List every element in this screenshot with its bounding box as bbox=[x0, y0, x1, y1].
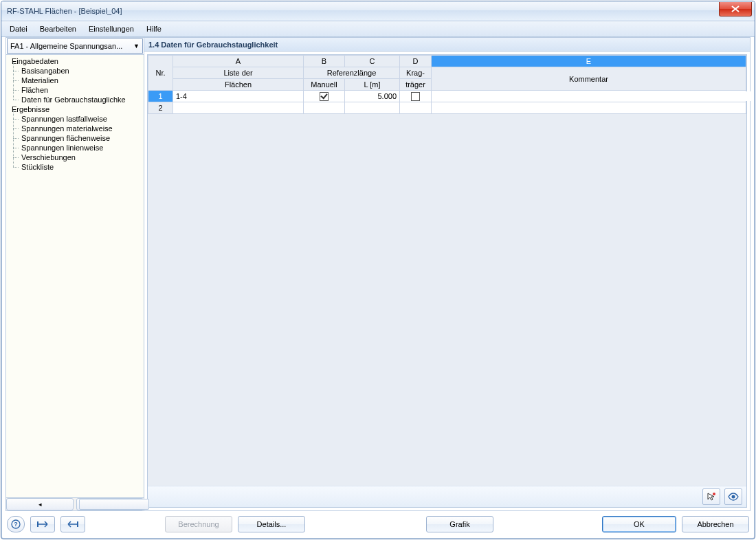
col-header-krag-2: träger bbox=[400, 79, 432, 91]
dialog-footer: ? Berechnung Details... Grafik OK Abbrec… bbox=[5, 511, 751, 535]
help-icon: ? bbox=[11, 519, 21, 529]
cell-kommentar[interactable] bbox=[432, 102, 746, 114]
scroll-track[interactable] bbox=[74, 499, 76, 510]
cursor-pick-icon bbox=[707, 492, 716, 502]
col-letter-b[interactable]: B bbox=[304, 56, 345, 67]
details-button[interactable]: Details... bbox=[238, 516, 305, 532]
nav-hscrollbar[interactable]: ◂ ▸ bbox=[6, 497, 144, 510]
svg-rect-5 bbox=[77, 521, 78, 527]
tree-group-eingabedaten[interactable]: Eingabedaten bbox=[6, 56, 144, 66]
pick-button[interactable] bbox=[702, 488, 720, 505]
row-number[interactable]: 1 bbox=[148, 91, 173, 102]
svg-point-1 bbox=[732, 495, 735, 499]
cell-flaechen[interactable] bbox=[173, 102, 304, 114]
berechnung-button[interactable]: Berechnung bbox=[165, 516, 232, 532]
kommentar-input[interactable] bbox=[432, 91, 751, 101]
data-grid: Nr. A B C D E Liste der Referenzlänge Kr… bbox=[147, 54, 747, 508]
tree-item-sp-flaechen[interactable]: Spannungen flächenweise bbox=[6, 133, 144, 143]
tree-item-sp-material[interactable]: Spannungen materialweise bbox=[6, 124, 144, 133]
menu-hilfe[interactable]: Hilfe bbox=[141, 23, 167, 34]
col-letter-c[interactable]: C bbox=[345, 56, 400, 67]
cell-kommentar[interactable] bbox=[432, 91, 746, 102]
menu-bearbeiten[interactable]: Bearbeiten bbox=[34, 23, 82, 34]
fa-dropdown-label: FA1 - Allgemeine Spannungsan... bbox=[10, 42, 122, 50]
row-number[interactable]: 2 bbox=[148, 102, 173, 114]
panel-toolbar bbox=[148, 486, 746, 507]
arrow-prev-icon bbox=[37, 520, 48, 528]
arrow-next-icon bbox=[67, 520, 78, 528]
svg-text:?: ? bbox=[14, 521, 18, 528]
tree-item-sp-lastfall[interactable]: Spannungen lastfallweise bbox=[6, 114, 144, 124]
ok-button[interactable]: OK bbox=[602, 516, 676, 532]
navigator: FA1 - Allgemeine Spannungsan... ▼ Eingab… bbox=[5, 37, 144, 511]
table-row[interactable]: 2 bbox=[148, 102, 746, 114]
app-window: RF-STAHL Flächen - [Beispiel_04] Datei B… bbox=[1, 1, 755, 539]
scroll-thumb[interactable] bbox=[79, 499, 149, 510]
svg-point-0 bbox=[713, 493, 715, 495]
window-close-button[interactable] bbox=[719, 2, 752, 16]
grafik-button[interactable]: Grafik bbox=[426, 516, 493, 532]
cell-manuell[interactable] bbox=[304, 91, 345, 102]
grid-empty-area bbox=[148, 114, 746, 486]
tree-item-gebrauchstauglichkeit[interactable]: Daten für Gebrauchstauglichke bbox=[6, 95, 144, 104]
col-header-reflen: Referenzlänge bbox=[304, 67, 400, 79]
menubar: Datei Bearbeiten Einstellungen Hilfe bbox=[1, 21, 755, 37]
tree-item-sp-linien[interactable]: Spannungen linienweise bbox=[6, 143, 144, 153]
col-letter-d[interactable]: D bbox=[400, 56, 432, 67]
col-header-krag-1: Krag- bbox=[400, 67, 432, 79]
checkbox-icon bbox=[320, 92, 329, 101]
help-button[interactable]: ? bbox=[7, 516, 25, 532]
scroll-left-button[interactable]: ◂ bbox=[6, 498, 74, 510]
view-button[interactable] bbox=[724, 488, 742, 505]
cell-manuell[interactable] bbox=[304, 102, 345, 114]
nav-tree: Eingabedaten Basisangaben Materialien Fl… bbox=[6, 54, 144, 497]
tree-item-verschiebungen[interactable]: Verschiebungen bbox=[6, 153, 144, 162]
tree-item-flaechen[interactable]: Flächen bbox=[6, 85, 144, 95]
window-title: RF-STAHL Flächen - [Beispiel_04] bbox=[7, 7, 122, 15]
tree-item-stueckliste[interactable]: Stückliste bbox=[6, 162, 144, 172]
menu-datei[interactable]: Datei bbox=[4, 23, 33, 34]
col-header-l: L [m] bbox=[345, 79, 400, 91]
tree-item-materialien[interactable]: Materialien bbox=[6, 76, 144, 85]
fa-dropdown[interactable]: FA1 - Allgemeine Spannungsan... ▼ bbox=[7, 38, 143, 54]
cell-l[interactable]: 5.000 bbox=[345, 91, 400, 102]
tree-item-basisangaben[interactable]: Basisangaben bbox=[6, 66, 144, 76]
eye-icon bbox=[728, 493, 739, 501]
col-letter-e[interactable]: E bbox=[432, 56, 746, 67]
col-letter-a[interactable]: A bbox=[173, 56, 304, 67]
cell-krag[interactable] bbox=[400, 91, 432, 102]
titlebar: RF-STAHL Flächen - [Beispiel_04] bbox=[1, 1, 755, 21]
col-header-liste-2: Flächen bbox=[173, 79, 304, 91]
tree-group-ergebnisse[interactable]: Ergebnisse bbox=[6, 104, 144, 114]
col-header-manuell: Manuell bbox=[304, 79, 345, 91]
chevron-down-icon: ▼ bbox=[133, 43, 140, 49]
close-icon bbox=[731, 5, 740, 12]
col-header-nr[interactable]: Nr. bbox=[148, 56, 173, 91]
cell-krag[interactable] bbox=[400, 102, 432, 114]
table-row[interactable]: 1 1-4 5.000 bbox=[148, 91, 746, 102]
panel-title: 1.4 Daten für Gebrauchstauglichkeit bbox=[144, 38, 750, 52]
next-button[interactable] bbox=[60, 516, 85, 532]
main-panel: 1.4 Daten für Gebrauchstauglichkeit Nr. … bbox=[144, 37, 751, 511]
menu-einstellungen[interactable]: Einstellungen bbox=[83, 23, 140, 34]
prev-button[interactable] bbox=[30, 516, 55, 532]
col-header-kommentar: Kommentar bbox=[432, 67, 746, 91]
cell-flaechen[interactable]: 1-4 bbox=[173, 91, 304, 102]
checkbox-icon bbox=[411, 92, 420, 101]
col-header-liste-1: Liste der bbox=[173, 67, 304, 79]
svg-rect-4 bbox=[37, 521, 38, 527]
abbrechen-button[interactable]: Abbrechen bbox=[682, 516, 749, 532]
cell-l[interactable] bbox=[345, 102, 400, 114]
